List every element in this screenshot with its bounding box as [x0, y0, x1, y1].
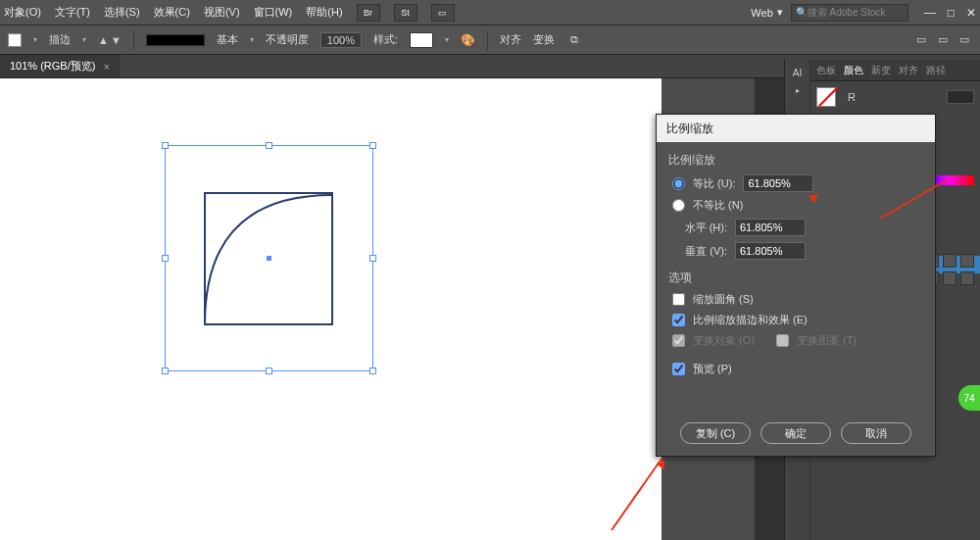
r-channel-label: R — [848, 91, 856, 103]
preview-checkbox[interactable] — [672, 363, 685, 375]
resize-handle[interactable] — [369, 142, 376, 149]
action-icon[interactable] — [960, 254, 974, 268]
tab-gradient[interactable]: 新变 — [871, 64, 891, 77]
r-value-input[interactable] — [947, 90, 974, 104]
menu-help[interactable]: 帮助(H) — [306, 5, 342, 20]
menubar: 对象(O) 文字(T) 选择(S) 效果(C) 视图(V) 窗口(W) 帮助(H… — [0, 0, 980, 25]
transform-label[interactable]: 变换 — [533, 32, 555, 47]
selection-box[interactable] — [165, 145, 373, 371]
panel-strip-label: AI — [793, 68, 802, 78]
arrange-icon[interactable]: ▭ — [431, 4, 455, 22]
vertical-label: 垂直 (V): — [672, 244, 727, 259]
resize-handle[interactable] — [162, 142, 169, 149]
horizontal-label: 水平 (H): — [672, 221, 727, 235]
document-title: 101% (RGB/预览) — [10, 59, 95, 74]
scale-strokes-checkbox[interactable] — [672, 314, 685, 326]
minimize-icon[interactable]: — — [924, 6, 936, 20]
scale-corners-label: 缩放圆角 (S) — [693, 292, 754, 307]
transform-objects-label: 变换对象 (O) — [693, 333, 755, 348]
panel-toggle-icon[interactable]: ▭ — [935, 32, 951, 48]
uniform-label: 等比 (U): — [693, 176, 735, 191]
menu-window[interactable]: 窗口(W) — [254, 5, 293, 20]
tab-align[interactable]: 对齐 — [899, 64, 918, 77]
ok-button[interactable]: 确定 — [760, 422, 831, 444]
style-swatch[interactable] — [410, 32, 433, 48]
preview-label: 预览 (P) — [693, 362, 732, 376]
action-icon[interactable] — [943, 254, 956, 268]
tab-close-icon[interactable]: × — [103, 61, 109, 73]
resize-handle[interactable] — [162, 368, 169, 374]
resize-handle[interactable] — [369, 368, 376, 374]
bridge-icon[interactable]: Br — [357, 4, 380, 22]
transform-objects-checkbox — [672, 334, 685, 347]
scale-dialog: 比例缩放 比例缩放 等比 (U): 61.805% 不等比 (N) 水平 (H)… — [656, 114, 936, 457]
workspace-switcher[interactable]: Web▾ — [751, 6, 782, 19]
uniform-radio[interactable] — [672, 177, 685, 190]
menu-type[interactable]: 文字(T) — [55, 5, 90, 20]
tab-swatches[interactable]: 色板 — [816, 64, 836, 77]
tab-color[interactable]: 颜色 — [844, 64, 863, 77]
transform-patterns-label: 变换图案 (T) — [797, 333, 857, 348]
stroke-style-preview[interactable] — [146, 34, 205, 46]
control-bar: ▾ 描边 ▾ ▲▼ 基本▾ 不透明度 100% 样式: ▾ 🎨 对齐 变换 ⧉ … — [0, 25, 980, 55]
resize-handle[interactable] — [369, 255, 376, 262]
panel-toggle-icon[interactable]: ▭ — [913, 32, 929, 48]
resize-handle[interactable] — [266, 142, 272, 149]
dialog-titlebar[interactable]: 比例缩放 — [657, 115, 935, 142]
recolor-icon[interactable]: 🎨 — [461, 33, 475, 47]
action-icon[interactable] — [960, 271, 974, 285]
scale-strokes-label: 比例缩放描边和效果 (E) — [693, 313, 808, 327]
menu-select[interactable]: 选择(S) — [104, 5, 140, 20]
maximize-icon[interactable]: □ — [948, 6, 955, 20]
isolate-icon[interactable]: ⧉ — [566, 32, 582, 48]
cancel-button[interactable]: 取消 — [841, 422, 911, 444]
stroke-label: 描边 — [49, 32, 71, 47]
nonuniform-radio[interactable] — [672, 199, 685, 212]
stock-icon[interactable]: St — [394, 4, 417, 22]
resize-handle[interactable] — [266, 368, 272, 374]
align-label[interactable]: 对齐 — [500, 32, 521, 47]
stock-search[interactable]: 🔍 搜索 Adobe Stock — [791, 4, 908, 22]
panel-tabs: 色板 颜色 新变 对齐 路径 — [810, 60, 980, 81]
scale-corners-checkbox[interactable] — [672, 293, 685, 306]
panel-toggle-icon[interactable]: ▭ — [956, 32, 972, 48]
fill-swatch[interactable] — [8, 33, 22, 47]
tab-pathfinder[interactable]: 路径 — [926, 64, 946, 77]
section-options: 选项 — [668, 270, 923, 286]
nonuniform-label: 不等比 (N) — [693, 198, 743, 213]
resize-handle[interactable] — [162, 255, 169, 262]
menu-view[interactable]: 视图(V) — [204, 5, 240, 20]
style-label: 样式: — [373, 32, 398, 47]
vertical-value-input[interactable]: 61.805% — [735, 242, 806, 260]
brush-label: 基本 — [217, 32, 238, 47]
menu-effect[interactable]: 效果(C) — [154, 5, 190, 20]
document-tab[interactable]: 101% (RGB/预览) × — [0, 55, 120, 77]
copy-button[interactable]: 复制 (C) — [680, 422, 751, 444]
horizontal-value-input[interactable]: 61.805% — [735, 219, 806, 236]
fill-none-icon[interactable] — [816, 87, 836, 107]
opacity-value[interactable]: 100% — [320, 32, 362, 48]
workspace — [0, 78, 755, 540]
stroke-weight-stepper[interactable]: ▲▼ — [98, 34, 122, 46]
opacity-label: 不透明度 — [266, 32, 309, 47]
uniform-value-input[interactable]: 61.805% — [743, 174, 813, 192]
close-icon[interactable]: ✕ — [966, 6, 976, 20]
transform-patterns-checkbox — [776, 334, 789, 347]
menu-object[interactable]: 对象(O) — [4, 5, 41, 20]
section-scale: 比例缩放 — [668, 152, 923, 169]
status-badge[interactable]: 74 — [958, 385, 980, 411]
selection-center-icon — [267, 256, 271, 261]
action-icon[interactable] — [943, 271, 956, 285]
